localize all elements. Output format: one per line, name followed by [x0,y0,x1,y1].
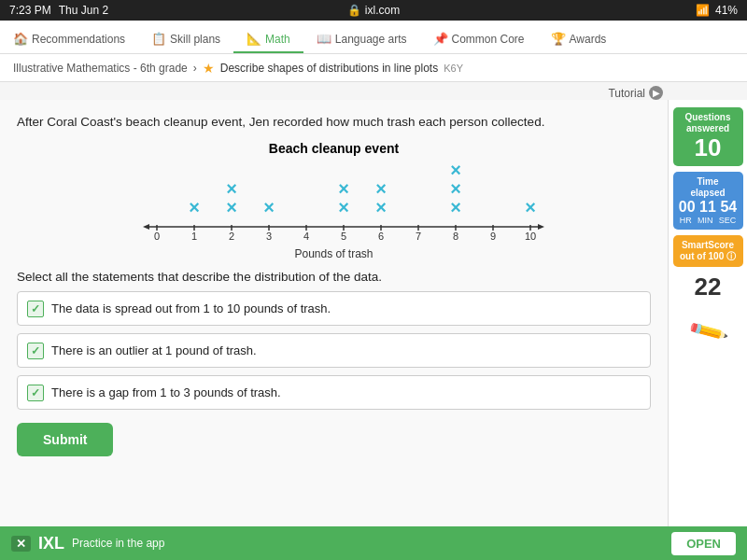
smart-score-label: SmartScore [677,240,740,251]
breadcrumb: Illustrative Mathematics - 6th grade › ★… [0,54,747,82]
choice-1[interactable]: The data is spread out from 1 to 10 poun… [17,291,651,326]
pencil-icon[interactable]: ✏️ [686,310,730,353]
svg-text:×: × [375,178,387,199]
tab-skill-plans[interactable]: 📋 Skill plans [138,26,233,53]
breadcrumb-separator: › [193,62,197,75]
svg-text:×: × [189,197,200,217]
svg-marker-2 [538,224,544,230]
lock-icon: 🔒 [347,4,361,17]
site-url: ixl.com [365,4,400,17]
chart-container: Beach cleanup event 0 1 2 [110,141,558,260]
breadcrumb-code: K6Y [444,63,463,74]
svg-text:7: 7 [415,231,420,242]
select-label: Select all the statements that describe … [17,270,651,284]
choice-1-text: The data is spread out from 1 to 10 poun… [51,301,331,315]
time-display: 7:23 PM [9,4,51,17]
svg-text:×: × [338,197,349,217]
smart-score-card: SmartScore out of 100 ⓘ [673,235,743,267]
content-area: After Coral Coast's beach cleanup event,… [0,100,668,544]
bottom-bar: ✕ IXL Practice in the app OPEN [0,526,747,560]
svg-text:×: × [263,197,275,217]
svg-text:4: 4 [303,231,308,242]
choice-1-checkmark [27,301,44,317]
sec-label: SEC [719,216,737,225]
question-text: After Coral Coast's beach cleanup event,… [17,113,651,132]
breadcrumb-path[interactable]: Illustrative Mathematics - 6th grade [13,62,188,75]
close-button[interactable]: ✕ [11,536,31,552]
breadcrumb-description: Describe shapes of distributions in line… [220,62,438,75]
tutorial-info-icon: ▶ [649,86,663,100]
tab-recommendations-label: Recommendations [32,33,125,46]
tab-recommendations[interactable]: 🏠 Recommendations [0,26,138,53]
tab-math-label: Math [265,33,290,46]
tab-common-core[interactable]: 📌 Common Core [420,26,538,53]
svg-text:×: × [226,197,237,217]
time-minutes: 11 [699,199,716,216]
tab-skill-plans-label: Skill plans [170,33,220,46]
svg-text:×: × [226,178,237,199]
chart-title: Beach cleanup event [110,141,558,156]
svg-text:2: 2 [228,231,233,242]
x-axis-label: Pounds of trash [110,247,558,260]
tab-awards[interactable]: 🏆 Awards [538,26,620,53]
time-elapsed-label: Timeelapsed [677,176,740,199]
math-icon: 📐 [247,32,261,46]
status-bar: 7:23 PM Thu Jun 2 🔒 ixl.com 📶 41% [0,0,747,21]
choice-2-text: There is an outlier at 1 pound of trash. [51,343,257,357]
svg-text:5: 5 [340,231,345,242]
brand-logo: IXL [38,534,64,553]
wifi-icon: 📶 [696,4,710,17]
questions-answered-card: Questionsanswered 10 [673,107,743,166]
dot-plot: 0 1 2 3 4 5 6 7 8 [110,161,558,245]
open-button[interactable]: OPEN [671,532,736,555]
svg-text:×: × [450,197,461,217]
tab-language-arts-label: Language arts [335,33,407,46]
tutorial-button[interactable]: Tutorial ▶ [608,86,663,100]
battery-display: 41% [715,4,738,17]
min-label: MIN [698,216,713,225]
svg-marker-1 [143,224,149,230]
tutorial-area: Tutorial ▶ [0,82,747,100]
dot-plot-svg: 0 1 2 3 4 5 6 7 8 [110,161,558,245]
choice-3[interactable]: There is a gap from 1 to 3 pounds of tra… [17,375,651,410]
submit-button[interactable]: Submit [17,423,113,456]
svg-text:×: × [525,197,536,217]
date-display: Thu Jun 2 [59,4,108,17]
main-area: After Coral Coast's beach cleanup event,… [0,100,747,544]
skill-plans-icon: 📋 [151,32,166,46]
choice-2[interactable]: There is an outlier at 1 pound of trash. [17,333,651,368]
questions-answered-value: 10 [677,134,740,161]
hr-label: HR [680,216,692,225]
questions-answered-label: Questionsanswered [677,112,740,134]
awards-icon: 🏆 [551,32,566,46]
smart-score-outof: out of 100 ⓘ [677,251,740,262]
tab-common-core-label: Common Core [452,33,525,46]
choice-3-text: There is a gap from 1 to 3 pounds of tra… [51,385,281,399]
star-icon: ★ [203,61,215,76]
bottom-bar-left: ✕ IXL Practice in the app [11,534,164,553]
choice-3-checkmark [27,385,44,401]
common-core-icon: 📌 [433,32,448,46]
svg-text:6: 6 [377,231,383,242]
svg-text:10: 10 [524,231,535,242]
recommendations-icon: 🏠 [13,32,28,46]
svg-text:×: × [450,161,461,180]
svg-text:×: × [338,178,349,199]
tab-language-arts[interactable]: 📖 Language arts [303,26,420,53]
time-seconds: 54 [720,199,737,216]
tutorial-label: Tutorial [608,87,645,100]
language-arts-icon: 📖 [317,32,331,46]
time-elapsed-card: Timeelapsed 00 11 54 HR MIN SEC [673,172,743,230]
svg-text:×: × [450,178,461,199]
smart-score-value: 22 [695,273,722,301]
svg-text:1: 1 [190,231,196,242]
time-hours: 00 [679,199,696,216]
nav-tabs: 🏠 Recommendations 📋 Skill plans 📐 Math 📖… [0,21,747,54]
right-panel: Questionsanswered 10 Timeelapsed 00 11 5… [668,100,747,544]
svg-text:9: 9 [489,231,495,242]
choice-2-checkmark [27,343,44,359]
svg-text:3: 3 [265,231,271,242]
svg-text:0: 0 [153,231,159,242]
tab-awards-label: Awards [570,33,607,46]
tab-math[interactable]: 📐 Math [233,26,303,53]
